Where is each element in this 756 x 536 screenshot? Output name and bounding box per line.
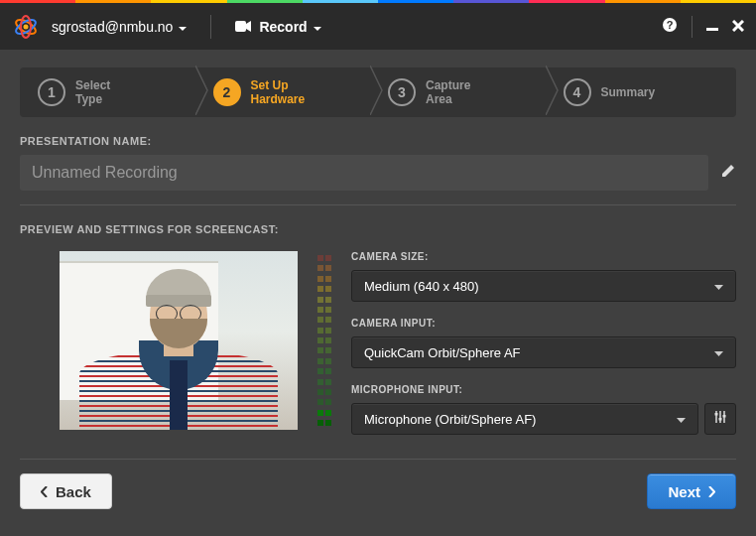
microphone-input-dropdown[interactable]: Microphone (Orbit/Sphere AF): [351, 403, 698, 435]
window-controls: ?: [662, 16, 744, 38]
meter-segment: [317, 420, 331, 426]
step-label: Set UpHardware: [251, 78, 306, 107]
meter-segment: [317, 389, 331, 395]
meter-segment: [317, 255, 331, 261]
camera-size-value: Medium (640 x 480): [364, 279, 479, 294]
caret-down-icon: [677, 412, 686, 427]
help-icon[interactable]: ?: [662, 17, 678, 37]
meter-segment: [317, 358, 331, 364]
step-label: CaptureArea: [426, 78, 470, 107]
meter-segment: [317, 317, 331, 323]
wizard-step-3[interactable]: 3CaptureArea: [378, 78, 554, 107]
svg-rect-4: [235, 21, 246, 32]
caret-down-icon: [314, 19, 321, 35]
caret-down-icon: [714, 345, 723, 360]
wizard-step-2[interactable]: 2Set UpHardware: [203, 78, 379, 107]
caret-down-icon: [179, 19, 187, 35]
camera-input-value: QuickCam Orbit/Sphere AF: [364, 345, 521, 360]
svg-point-3: [24, 24, 29, 29]
record-menu[interactable]: Record: [235, 19, 320, 35]
meter-segment: [317, 379, 331, 385]
user-menu[interactable]: sgrostad@nmbu.no: [52, 19, 187, 35]
camera-size-label: CAMERA SIZE:: [351, 251, 736, 262]
top-bar: sgrostad@nmbu.no Record ?: [0, 3, 756, 50]
back-button[interactable]: Back: [20, 473, 112, 509]
svg-rect-12: [719, 418, 722, 421]
step-number: 1: [38, 78, 65, 106]
minimize-icon[interactable]: [706, 18, 718, 36]
wizard-steps: 1SelectType2Set UpHardware3CaptureArea4S…: [20, 67, 736, 117]
topbar-divider: [692, 16, 693, 38]
meter-segment: [317, 337, 331, 343]
preview-settings-label: PREVIEW AND SETTINGS FOR SCREENCAST:: [20, 223, 736, 235]
microphone-settings-button[interactable]: [704, 403, 736, 435]
wizard-step-4[interactable]: 4Summary: [554, 78, 729, 106]
step-number: 3: [388, 78, 416, 106]
close-icon[interactable]: [732, 18, 744, 36]
step-number: 4: [564, 78, 591, 106]
wizard-step-1[interactable]: 1SelectType: [28, 78, 203, 107]
step-label: Summary: [601, 85, 656, 99]
camera-size-dropdown[interactable]: Medium (640 x 480): [351, 270, 736, 302]
meter-segment: [317, 265, 331, 271]
meter-segment: [317, 399, 331, 405]
camera-icon: [235, 19, 251, 35]
meter-segment: [317, 297, 331, 303]
presentation-name-label: PRESENTATION NAME:: [20, 135, 736, 147]
step-number: 2: [213, 78, 241, 106]
meter-segment: [317, 307, 331, 313]
svg-text:?: ?: [667, 19, 674, 31]
svg-rect-13: [723, 415, 726, 418]
chevron-right-icon: [708, 483, 715, 500]
audio-level-meter: [317, 251, 331, 426]
window-color-strip: [0, 0, 756, 3]
next-button[interactable]: Next: [647, 473, 736, 509]
microphone-input-label: MICROPHONE INPUT:: [351, 384, 736, 395]
meter-segment: [317, 410, 331, 416]
meter-segment: [317, 347, 331, 353]
camera-input-dropdown[interactable]: QuickCam Orbit/Sphere AF: [351, 336, 736, 368]
back-label: Back: [56, 483, 91, 500]
user-email: sgrostad@nmbu.no: [52, 19, 173, 35]
record-label: Record: [259, 19, 307, 35]
step-label: SelectType: [75, 78, 110, 107]
meter-segment: [317, 276, 331, 282]
meter-segment: [317, 286, 331, 292]
meter-segment: [317, 368, 331, 374]
svg-rect-11: [715, 413, 718, 416]
microphone-input-value: Microphone (Orbit/Sphere AF): [364, 412, 536, 427]
camera-input-label: CAMERA INPUT:: [351, 318, 736, 329]
app-logo-icon: [12, 13, 40, 41]
topbar-divider: [210, 15, 211, 39]
camera-preview: [60, 251, 298, 430]
presentation-name-input[interactable]: [20, 155, 708, 191]
svg-rect-7: [706, 28, 718, 31]
divider: [20, 204, 736, 205]
pencil-icon[interactable]: [720, 163, 736, 183]
caret-down-icon: [714, 279, 723, 294]
meter-segment: [317, 328, 331, 334]
sliders-icon: [713, 410, 727, 428]
next-label: Next: [668, 483, 700, 500]
chevron-left-icon: [41, 483, 48, 500]
